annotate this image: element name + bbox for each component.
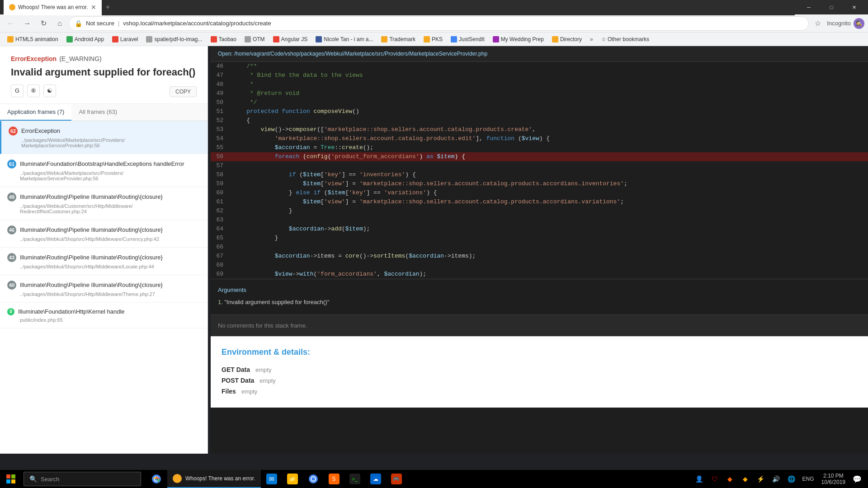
notification-center-button[interactable]: 💬 xyxy=(850,470,864,488)
tray-app1-icon[interactable]: ◆ xyxy=(723,470,737,488)
code-line: 69 $view->with('form_accordians', $accor… xyxy=(211,270,868,279)
bookmark-wedding[interactable]: My Wedding Prep xyxy=(489,35,547,44)
app-frames-tab[interactable]: Application frames (7) xyxy=(0,104,71,121)
bookmarks-more-button[interactable]: » xyxy=(586,35,597,44)
tray-clock[interactable]: 2:10 PM 10/6/2019 xyxy=(818,473,849,485)
code-line: 58 if ($item['key'] == 'inventories') { xyxy=(211,170,868,179)
forward-button[interactable]: → xyxy=(20,16,34,31)
frame-item[interactable]: 0 Illuminate\Foundation\Http\Kernel hand… xyxy=(0,303,208,328)
line-number: 61 xyxy=(211,197,229,206)
frame-item[interactable]: 43 Illuminate\Routing\Pipeline Illuminat… xyxy=(0,248,208,275)
frame-tabs: Application frames (7) All frames (63) xyxy=(0,104,208,121)
svg-point-9 xyxy=(311,477,315,481)
bookmark-otm[interactable]: OTM xyxy=(241,35,269,44)
line-content xyxy=(229,216,868,225)
line-number: 59 xyxy=(211,179,229,188)
arguments-title: Arguments xyxy=(218,286,861,293)
sublime-icon: S xyxy=(329,474,340,484)
frame-class: ErrorException xyxy=(21,127,60,134)
code-line: 55 $accordian = Tree::create(); xyxy=(211,143,868,152)
taskbar-app-chrome[interactable] xyxy=(146,470,166,488)
bookmark-android[interactable]: Android App xyxy=(63,35,108,44)
copy-button[interactable]: COPY xyxy=(170,86,197,97)
other-bookmarks-button[interactable]: ☆ Other bookmarks xyxy=(598,35,653,44)
exception-type: (E_WARNING) xyxy=(59,55,102,62)
bookmark-label: Android App xyxy=(75,36,104,42)
code-line: 64 $accordian->add($item); xyxy=(211,225,868,234)
new-tab-button[interactable]: + xyxy=(102,1,114,14)
chrome-icon xyxy=(151,474,162,484)
bookmark-html5[interactable]: HTML5 animation xyxy=(4,35,62,44)
taskbar-app-sublime[interactable]: S xyxy=(324,470,344,488)
tab-close-button[interactable]: ✕ xyxy=(91,4,96,11)
bookmark-directory[interactable]: Directory xyxy=(548,35,585,44)
close-button[interactable]: ✕ xyxy=(844,0,864,14)
all-frames-tab[interactable]: All frames (63) xyxy=(71,104,124,121)
frame-item[interactable]: 62 ErrorException ../packages/Webkul/Mar… xyxy=(0,121,208,154)
bookmark-pks[interactable]: PKS xyxy=(420,35,446,44)
code-scroll-area[interactable]: 46 /** 47 * Bind the the data to the vie… xyxy=(211,62,868,454)
bookmark-taobao[interactable]: Taobao xyxy=(207,35,240,44)
line-content: $view->with('form_accordians', $accordia… xyxy=(229,270,868,279)
frame-number: 49 xyxy=(7,192,16,202)
frame-number: 40 xyxy=(7,281,16,290)
line-number: 69 xyxy=(211,270,229,279)
taskbar-active-browser[interactable]: Whoops! There was an error. xyxy=(167,470,261,488)
frame-item[interactable]: 40 Illuminate\Routing\Pipeline Illuminat… xyxy=(0,275,208,303)
taskbar-app-files[interactable]: 📁 xyxy=(283,470,302,488)
bookmark-label: spatie/pdf-to-imag... xyxy=(154,36,202,42)
line-content: * @return void xyxy=(229,89,868,98)
tab-favicon xyxy=(9,4,15,10)
home-button[interactable]: ⌂ xyxy=(52,16,67,31)
line-number: 58 xyxy=(211,170,229,179)
code-line: 60 } else if ($item['key'] == 'variation… xyxy=(211,188,868,197)
start-button[interactable] xyxy=(0,470,22,488)
tray-volume-icon[interactable]: 🔊 xyxy=(769,470,783,488)
reload-button[interactable]: ↻ xyxy=(36,16,51,31)
back-button[interactable]: ← xyxy=(4,16,18,31)
frame-number-row: 43 Illuminate\Routing\Pipeline Illuminat… xyxy=(7,253,200,262)
tray-bluetooth-icon[interactable]: ⚡ xyxy=(754,470,768,488)
frame-item[interactable]: 46 Illuminate\Routing\Pipeline Illuminat… xyxy=(0,220,208,248)
maximize-button[interactable]: □ xyxy=(821,0,842,14)
taskbar-search[interactable]: 🔍 Search xyxy=(24,472,141,486)
tray-app2-icon[interactable]: ◆ xyxy=(738,470,753,488)
arguments-section: Arguments 1. "Invalid argument supplied … xyxy=(211,279,868,314)
bookmark-trademark[interactable]: Trademark xyxy=(377,35,419,44)
bookmark-nicole[interactable]: Nicole Tan - i am a... xyxy=(312,35,377,44)
frame-number-row: 0 Illuminate\Foundation\Http\Kernel hand… xyxy=(7,308,200,315)
no-comments-text: No comments for this stack frame. xyxy=(218,319,861,333)
security-icon: 🔒 xyxy=(75,20,82,27)
tray-network-icon[interactable]: 🌐 xyxy=(784,470,799,488)
bookmark-star-button[interactable]: ☆ xyxy=(811,16,825,31)
tab-title: Whoops! There was an error. xyxy=(18,4,88,10)
bookmark-spatie[interactable]: spatie/pdf-to-imag... xyxy=(142,35,206,44)
browser-tab[interactable]: Whoops! There was an error. ✕ xyxy=(4,0,102,15)
github-icon[interactable]: ⑧ xyxy=(27,84,40,97)
right-panel: Open: /home/vagrant/Code/vshop/packages/… xyxy=(211,46,868,454)
minimize-button[interactable]: ─ xyxy=(798,0,819,14)
taskbar-app-extra1[interactable]: ☁ xyxy=(366,470,386,488)
frame-class: Illuminate\Routing\Pipeline Illuminate\R… xyxy=(20,254,163,261)
bookmark-angular[interactable]: Angular JS xyxy=(269,35,311,44)
code-line: 68 xyxy=(211,261,868,270)
tray-antivirus-icon[interactable]: 🛡 xyxy=(708,470,722,488)
google-search-icon[interactable]: G xyxy=(11,84,24,97)
address-url: vshop.local/marketplace/account/catalog/… xyxy=(123,20,271,27)
taskbar-app-browser2[interactable] xyxy=(303,470,323,488)
code-line: 53 view()->composer(['marketplace::shop.… xyxy=(211,125,868,134)
stackoverflow-icon[interactable]: ☯ xyxy=(43,84,56,97)
profile-icon[interactable]: 🕵 xyxy=(854,18,864,29)
env-files: Files empty xyxy=(222,386,857,397)
line-content: } xyxy=(229,206,868,216)
mail-icon: ✉ xyxy=(266,474,277,484)
frame-item[interactable]: 61 Illuminate\Foundation\Bootstrap\Handl… xyxy=(0,154,208,187)
taskbar-app-mail[interactable]: ✉ xyxy=(262,470,282,488)
taskbar-app-terminal[interactable]: >_ xyxy=(345,470,365,488)
bookmark-laravel[interactable]: Laravel xyxy=(108,35,142,44)
tray-people-icon[interactable]: 👤 xyxy=(692,470,707,488)
frame-item[interactable]: 49 Illuminate\Routing\Pipeline Illuminat… xyxy=(0,187,208,220)
address-bar[interactable]: 🔒 Not secure | vshop.local/marketplace/a… xyxy=(69,16,809,31)
bookmark-justsend[interactable]: JustSendIt xyxy=(447,35,488,44)
taskbar-app-extra2[interactable]: 🎮 xyxy=(387,470,406,488)
